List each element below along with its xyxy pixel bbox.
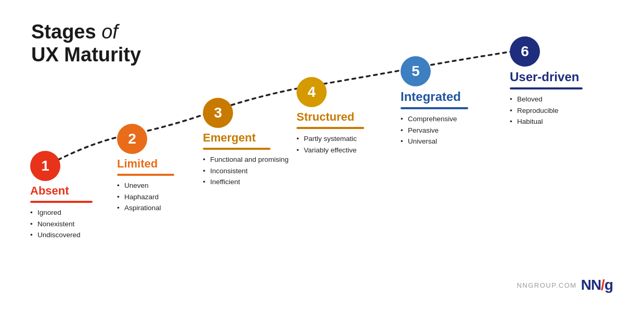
- stage-4-number: 4: [307, 84, 316, 100]
- stage-6-number: 6: [521, 43, 529, 60]
- stage-4-name: Structured: [297, 110, 354, 124]
- stage-4-bullets: Partly systematic Variably effective: [297, 133, 357, 156]
- bullet-variably: Variably effective: [297, 145, 357, 156]
- bullet-aspirational: Aspirational: [117, 202, 161, 214]
- stage-2-name: Limited: [117, 157, 158, 171]
- stage-1-bullets: Ignored Nonexistent Undiscovered: [30, 207, 81, 241]
- bullet-partly: Partly systematic: [297, 133, 357, 145]
- bullet-undiscovered: Undiscovered: [30, 229, 81, 241]
- stage-3-name: Emergent: [203, 131, 255, 145]
- stage-1-number: 1: [41, 158, 49, 174]
- title-line2: UX Maturity: [31, 44, 141, 67]
- stage-1: 1 Absent Ignored Nonexistent Undiscovere…: [30, 151, 108, 241]
- bullet-universal: Universal: [401, 136, 457, 147]
- stage-6-name: User-driven: [510, 70, 579, 84]
- stage-5-number: 5: [411, 63, 420, 80]
- bullet-functional: Functional and promising: [203, 154, 289, 165]
- stage-2: 2 Limited Uneven Haphazard Aspirational: [117, 124, 195, 214]
- stage-5-bullets: Comprehensive Pervasive Universal: [401, 113, 457, 147]
- title-line1: Stages of: [31, 21, 141, 44]
- bullet-haphazard: Haphazard: [117, 191, 161, 203]
- bullet-uneven: Uneven: [117, 180, 161, 191]
- stage-3: 3 Emergent Functional and promising Inco…: [203, 98, 289, 188]
- bullet-comprehensive: Comprehensive: [401, 113, 457, 125]
- stage-6-bullets: Beloved Reproducible Habitual: [510, 94, 559, 127]
- stage-5: 5 Integrated Comprehensive Pervasive Uni…: [401, 56, 486, 147]
- stage-4-line: [297, 127, 364, 129]
- title-stages: Stages: [31, 21, 96, 43]
- nngroup-url: NNGROUP.COM: [517, 281, 576, 289]
- stage-1-name: Absent: [30, 184, 69, 198]
- stage-6-line: [510, 87, 583, 89]
- bullet-reproducible: Reproducible: [510, 105, 559, 117]
- bullet-inconsistent: Inconsistent: [203, 165, 289, 177]
- stage-2-number: 2: [128, 131, 136, 147]
- title-of: of: [101, 21, 118, 43]
- nngroup-brand: NN/g: [581, 277, 613, 293]
- stage-2-bullets: Uneven Haphazard Aspirational: [117, 180, 161, 214]
- stage-2-circle: 2: [117, 124, 147, 154]
- main-container: Stages of UX Maturity 1 Absent Ignored N…: [0, 0, 644, 309]
- stage-1-line: [30, 201, 93, 203]
- bullet-ignored: Ignored: [30, 207, 81, 218]
- stage-2-line: [117, 174, 174, 176]
- stage-6-circle: 6: [510, 36, 540, 67]
- stage-4: 4 Structured Partly systematic Variably …: [297, 77, 382, 156]
- stage-3-circle: 3: [203, 98, 233, 128]
- bullet-nonexistent: Nonexistent: [30, 218, 81, 230]
- bullet-pervasive: Pervasive: [401, 125, 457, 136]
- stage-5-name: Integrated: [401, 89, 461, 104]
- stage-3-line: [203, 148, 271, 150]
- bullet-inefficient: Inefficient: [203, 176, 289, 188]
- nngroup-logo: NNGROUP.COM NN/g: [517, 277, 613, 293]
- bullet-habitual: Habitual: [510, 116, 559, 127]
- stage-4-circle: 4: [297, 77, 327, 107]
- stage-1-circle: 1: [30, 151, 60, 181]
- stage-3-number: 3: [214, 105, 222, 121]
- stage-6: 6 User-driven Beloved Reproducible Habit…: [510, 36, 614, 127]
- stage-3-bullets: Functional and promising Inconsistent In…: [203, 154, 289, 188]
- stage-5-circle: 5: [401, 56, 431, 86]
- stage-5-line: [401, 107, 468, 109]
- title-section: Stages of UX Maturity: [31, 21, 141, 66]
- bullet-beloved: Beloved: [510, 94, 559, 105]
